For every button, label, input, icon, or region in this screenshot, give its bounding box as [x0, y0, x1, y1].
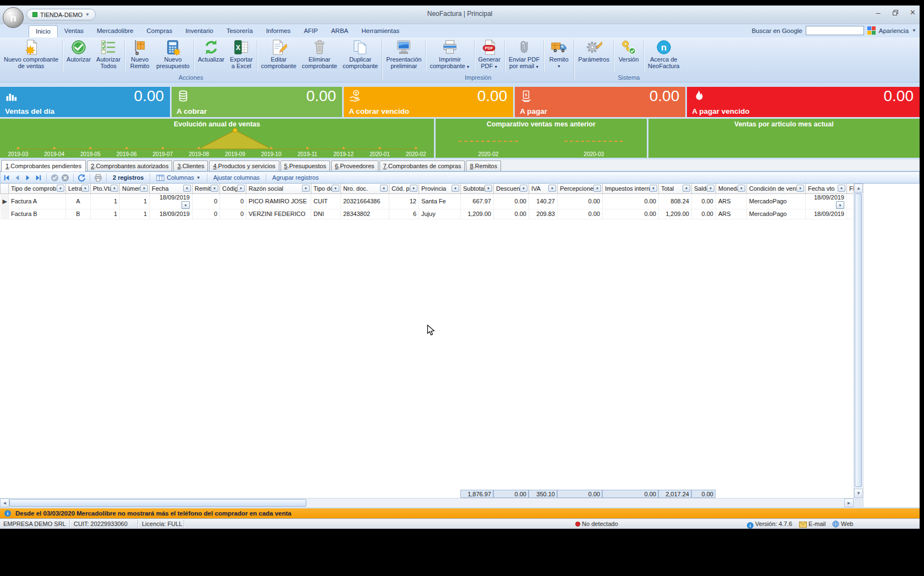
scroll-up-icon[interactable]: ▲ [854, 184, 863, 193]
cell-saldo[interactable]: 0.00 [692, 209, 716, 219]
cell-flete[interactable] [847, 209, 854, 219]
cell-tipo-doc[interactable]: CUIT [311, 193, 341, 209]
print-grid-icon[interactable] [94, 174, 102, 182]
column-header-codigo[interactable]: Código▼ [220, 184, 246, 193]
column-header-numero[interactable]: Número▼ [120, 184, 150, 193]
duplicar-comprobante-button[interactable]: Duplicar comprobante [340, 38, 381, 69]
menu-item-mercadolibre[interactable]: Mercadolibre [90, 25, 140, 37]
cell-percepciones[interactable]: 0.00 [558, 193, 603, 209]
kpi-card-ventas-del-dia[interactable]: 0.00Ventas del día [0, 87, 170, 117]
cell-condicion-de-venta[interactable]: MercadoPago [747, 193, 806, 209]
filter-dropdown-icon[interactable]: ▼ [81, 185, 89, 192]
columns-button[interactable]: Columnas▼ [154, 174, 202, 182]
filter-dropdown-icon[interactable]: ▼ [332, 185, 339, 192]
cell-flete[interactable] [847, 193, 854, 209]
cell-pto-vta[interactable]: 1 [91, 209, 120, 219]
column-header-letra[interactable]: Letra▼ [66, 184, 91, 193]
nav-prev-icon[interactable] [13, 174, 21, 182]
editar-comprobante-button[interactable]: Editar comprobante [258, 38, 299, 69]
column-header-fecha[interactable]: Fecha▼ [150, 184, 193, 193]
tab-2-comprobantes-autorizados[interactable]: 2.Comprobantes autorizados [87, 160, 172, 171]
date-dropdown-icon[interactable]: ▼ [836, 201, 844, 209]
v-scroll-thumb[interactable] [855, 193, 862, 487]
menu-item-inicio[interactable]: Inicio [29, 25, 58, 37]
filter-dropdown-icon[interactable]: ▼ [302, 185, 310, 192]
cell-cod-pcia[interactable]: 6 [389, 209, 419, 219]
tab-7-comprobantes-de-compras[interactable]: 7.Comprobantes de compras [380, 160, 465, 171]
filter-dropdown-icon[interactable]: ▼ [838, 185, 845, 192]
filter-dropdown-icon[interactable]: ▼ [452, 185, 459, 192]
menu-item-tesoreria[interactable]: Tesorería [220, 25, 260, 37]
cell-descuento[interactable]: 0.00 [494, 193, 529, 209]
scroll-down-icon[interactable]: ▼ [854, 489, 863, 498]
accept-icon[interactable] [51, 174, 59, 182]
cell-row-indicator[interactable]: ▶ [1, 193, 9, 209]
filter-dropdown-icon[interactable]: ▼ [707, 185, 714, 192]
column-header-iva[interactable]: IVA▼ [529, 184, 558, 193]
vertical-scrollbar[interactable]: ▲ ▼ [854, 184, 863, 498]
tab-3-clientes[interactable]: 3.Clientes [173, 160, 208, 171]
cell-razon-social[interactable]: PICO RAMIRO JOSE [246, 193, 311, 209]
filter-dropdown-icon[interactable]: ▼ [593, 185, 601, 192]
date-dropdown-icon[interactable]: ▼ [182, 201, 190, 209]
nav-last-icon[interactable] [34, 174, 42, 182]
cell-percepciones[interactable]: 0.00 [558, 209, 603, 219]
nav-first-icon[interactable] [3, 174, 11, 182]
filter-dropdown-icon[interactable]: ▼ [57, 185, 64, 192]
menu-item-herramientas[interactable]: Herramientas [355, 25, 406, 37]
filter-dropdown-icon[interactable]: ▼ [410, 185, 417, 192]
column-header-remito[interactable]: Remito▼ [193, 184, 220, 193]
nuevo-comprobante-de-ventas-button[interactable]: Nuevo comprobante de ventas [1, 38, 61, 69]
cell-moneda[interactable]: ARS [716, 209, 747, 219]
presentacion-preliminar-button[interactable]: Presentación preliminar [383, 38, 424, 69]
menu-item-afip[interactable]: AFIP [297, 25, 324, 37]
filter-dropdown-icon[interactable]: ▼ [650, 185, 657, 192]
version-button[interactable]: Versión [615, 38, 642, 63]
table-row[interactable]: ▶Factura AA1118/09/2019▼00PICO RAMIRO JO… [1, 193, 854, 209]
filter-dropdown-icon[interactable]: ▼ [738, 185, 745, 192]
actualizar-button[interactable]: Actualizar [195, 38, 227, 63]
menu-item-arba[interactable]: ARBA [324, 25, 355, 37]
parametros-button[interactable]: Parámetros [575, 38, 612, 63]
cell-remito[interactable]: 0 [193, 193, 220, 209]
imprimir-comprobante-button[interactable]: Imprimir comprobante ▼ [427, 38, 472, 70]
cell-tipo-de-comprob[interactable]: Factura B [9, 209, 66, 219]
google-search-input[interactable] [806, 26, 864, 35]
column-header-total[interactable]: Total▼ [659, 184, 692, 193]
tab-4-productos-y-servicios[interactable]: 4.Productos y servicios [209, 160, 279, 171]
filter-dropdown-icon[interactable]: ▼ [111, 185, 118, 192]
cell-nro-doc[interactable]: 20321664386 [341, 193, 389, 209]
kpi-card-a-cobrar[interactable]: 0.00A cobrar [172, 87, 342, 117]
column-header-flete[interactable]: Flete▼ [847, 184, 854, 193]
menu-item-informes[interactable]: Informes [260, 25, 298, 37]
tab-6-proveedores[interactable]: 6.Proveedores [331, 160, 378, 171]
cell-letra[interactable]: A [66, 193, 91, 209]
column-header-condicion-de-venta[interactable]: Condición de venta▼ [747, 184, 806, 193]
cell-provincia[interactable]: Jujuy [419, 209, 461, 219]
nuevo-presupuesto-button[interactable]: Nuevo presupuesto [153, 38, 193, 69]
cell-codigo[interactable]: 0 [220, 209, 246, 219]
acerca-de-neofactura-button[interactable]: nAcerca de NeoFactura [645, 38, 682, 69]
column-header-tipo-de-comprob[interactable]: Tipo de comprob...▼ [9, 184, 66, 193]
menu-item-inventario[interactable]: Inventario [179, 25, 220, 37]
cell-total[interactable]: 1,209.00 [659, 209, 692, 219]
cell-nro-doc[interactable]: 28343802 [341, 209, 389, 219]
cell-razon-social[interactable]: VERZINI FEDERICO [246, 209, 311, 219]
app-logo-orb[interactable]: n [3, 7, 24, 28]
kpi-card-a-cobrar-vencido[interactable]: $0.00A cobrar vencido [344, 87, 513, 117]
tab-5-presupuestos[interactable]: 5.Presupuestos [280, 160, 330, 171]
enviar-pdf-por-email-button[interactable]: Enviar PDF por email ▼ [506, 38, 542, 70]
filter-dropdown-icon[interactable]: ▼ [683, 185, 690, 192]
cell-saldo[interactable]: 0.00 [692, 193, 716, 209]
cell-row-indicator[interactable] [1, 209, 9, 219]
column-header-subtotal[interactable]: Subtotal▼ [461, 184, 494, 193]
cell-fecha[interactable]: 18/09/2019 [150, 209, 193, 219]
column-header-saldo[interactable]: Saldo▼ [692, 184, 716, 193]
column-header-impuestos-internos[interactable]: Impuestos internos▼ [603, 184, 659, 193]
filter-dropdown-icon[interactable]: ▼ [211, 185, 218, 192]
filter-dropdown-icon[interactable]: ▼ [140, 185, 148, 192]
column-header-fecha-vto[interactable]: Fecha vto▼ [806, 184, 847, 193]
cell-descuento[interactable]: 0.00 [494, 209, 529, 219]
column-header-provincia[interactable]: Provincia▼ [419, 184, 461, 193]
kpi-card-a-pagar-vencido[interactable]: 0.00A pagar vencido [687, 87, 920, 117]
